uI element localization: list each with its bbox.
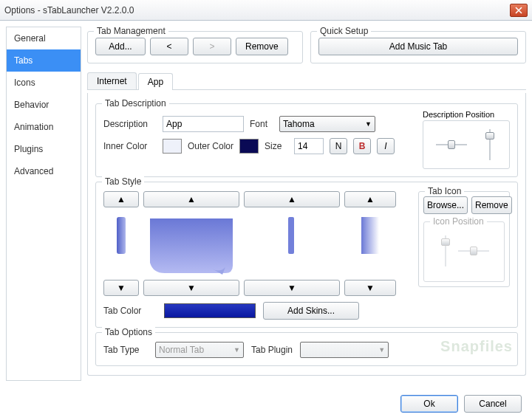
tab-options-title: Tab Options xyxy=(102,327,155,337)
move-right-button[interactable]: > xyxy=(193,38,231,55)
quick-setup-title: Quick Setup xyxy=(317,26,371,36)
close-icon xyxy=(515,7,522,14)
style3-up-button[interactable]: ▲ xyxy=(244,191,340,207)
tab-color-swatch[interactable] xyxy=(164,303,256,318)
tab-icon-browse-button[interactable]: Browse... xyxy=(423,196,468,214)
icon-position-h-slider xyxy=(458,244,489,258)
sidebar-item-animation[interactable]: Animation xyxy=(7,116,81,138)
icon-position-group: Icon Position xyxy=(423,221,505,282)
tab-management-title: Tab Management xyxy=(94,26,168,36)
remove-tab-button[interactable]: Remove xyxy=(236,38,288,55)
sidebar-item-icons[interactable]: Icons xyxy=(7,72,81,94)
svg-rect-0 xyxy=(117,217,126,254)
outer-color-label: Outer Color xyxy=(188,141,233,151)
tab-type-label: Tab Type xyxy=(103,345,148,355)
style4-down-button[interactable]: ▼ xyxy=(344,280,396,296)
tab-management-group: Tab Management Add... < > Remove xyxy=(87,31,303,63)
window-title: Options - sTabLauncher V2.2.0.0 xyxy=(4,5,510,16)
move-left-button[interactable]: < xyxy=(150,38,188,55)
desc-position-v-slider[interactable] xyxy=(483,129,497,160)
tab-icon-group: Tab Icon Browse... Remove Icon Position xyxy=(418,191,510,287)
sidebar-item-advanced[interactable]: Advanced xyxy=(7,160,81,182)
tab-description-group: Tab Description Description Font Tahoma … xyxy=(95,103,518,177)
tab-style-group: Tab Style ▲ ▲ ▲ ▲ xyxy=(95,182,518,328)
style3-preview[interactable] xyxy=(244,212,340,275)
dialog-body: General Tabs Icons Behavior Animation Pl… xyxy=(0,21,532,420)
description-input[interactable] xyxy=(163,116,244,132)
size-label: Size xyxy=(265,141,288,151)
style4-up-button[interactable]: ▲ xyxy=(344,191,396,207)
category-sidebar: General Tabs Icons Behavior Animation Pl… xyxy=(6,27,81,381)
sub-tabstrip: Internet App xyxy=(87,72,526,90)
ok-button[interactable]: Ok xyxy=(400,395,458,413)
tab-icon-title: Tab Icon xyxy=(425,186,464,196)
description-position-panel xyxy=(423,120,510,169)
chevron-down-icon: ▼ xyxy=(378,346,385,354)
format-normal-button[interactable]: N xyxy=(330,138,347,154)
sidebar-item-behavior[interactable]: Behavior xyxy=(7,94,81,116)
icon-position-title: Icon Position xyxy=(430,216,487,227)
tab-options-group: Tab Options Tab Type Normal Tab ▼ Tab Pl… xyxy=(95,332,518,366)
description-label: Description xyxy=(103,119,157,129)
format-italic-button[interactable]: I xyxy=(377,138,395,154)
style1-up-button[interactable]: ▲ xyxy=(103,191,139,207)
tab-type-combo: Normal Tab ▼ xyxy=(155,342,244,358)
style1-down-button[interactable]: ▼ xyxy=(103,280,139,296)
title-bar: Options - sTabLauncher V2.2.0.0 xyxy=(0,0,532,21)
size-input[interactable] xyxy=(294,138,324,154)
font-label: Font xyxy=(250,119,273,129)
description-position-title: Description Position xyxy=(423,110,510,119)
icon-position-v-slider xyxy=(439,235,452,266)
format-bold-button[interactable]: B xyxy=(353,138,371,154)
svg-rect-1 xyxy=(288,217,294,254)
inner-color-label: Inner Color xyxy=(103,141,157,151)
style2-down-button[interactable]: ▼ xyxy=(143,280,239,296)
sidebar-item-general[interactable]: General xyxy=(7,27,81,49)
tab-description-title: Tab Description xyxy=(102,98,169,109)
subtab-app[interactable]: App xyxy=(138,73,173,90)
chevron-down-icon: ▼ xyxy=(365,120,372,128)
style1-preview[interactable] xyxy=(103,212,139,275)
style2-up-button[interactable]: ▲ xyxy=(143,191,239,207)
style4-preview[interactable] xyxy=(344,212,396,275)
tab-color-label: Tab Color xyxy=(103,306,157,316)
tab-plugin-label: Tab Plugin xyxy=(251,345,293,355)
add-tab-button[interactable]: Add... xyxy=(95,38,146,55)
font-combo[interactable]: Tahoma ▼ xyxy=(279,116,375,132)
font-combo-value: Tahoma xyxy=(283,119,315,129)
outer-color-swatch[interactable] xyxy=(239,139,259,154)
add-music-tab-button[interactable]: Add Music Tab xyxy=(318,38,518,55)
style3-down-button[interactable]: ▼ xyxy=(244,280,340,296)
close-button[interactable] xyxy=(510,4,528,17)
tab-type-value: Normal Tab xyxy=(159,345,204,355)
inner-color-swatch[interactable] xyxy=(163,139,182,154)
add-skins-button[interactable]: Add Skins... xyxy=(263,302,359,320)
cancel-button[interactable]: Cancel xyxy=(464,395,522,413)
chevron-down-icon: ▼ xyxy=(233,346,240,354)
tab-style-title: Tab Style xyxy=(102,176,144,187)
tab-plugin-combo: ▼ xyxy=(300,342,389,358)
svg-rect-2 xyxy=(361,217,379,254)
sidebar-item-tabs[interactable]: Tabs xyxy=(7,49,81,72)
quick-setup-group: Quick Setup Add Music Tab xyxy=(310,31,526,63)
tab-panel: Tab Description Description Font Tahoma … xyxy=(87,93,526,376)
desc-position-h-slider[interactable] xyxy=(436,138,467,151)
sidebar-item-plugins[interactable]: Plugins xyxy=(7,138,81,160)
tab-icon-remove-button[interactable]: Remove xyxy=(471,196,512,214)
style2-preview[interactable] xyxy=(143,212,239,275)
subtab-internet[interactable]: Internet xyxy=(87,72,137,89)
